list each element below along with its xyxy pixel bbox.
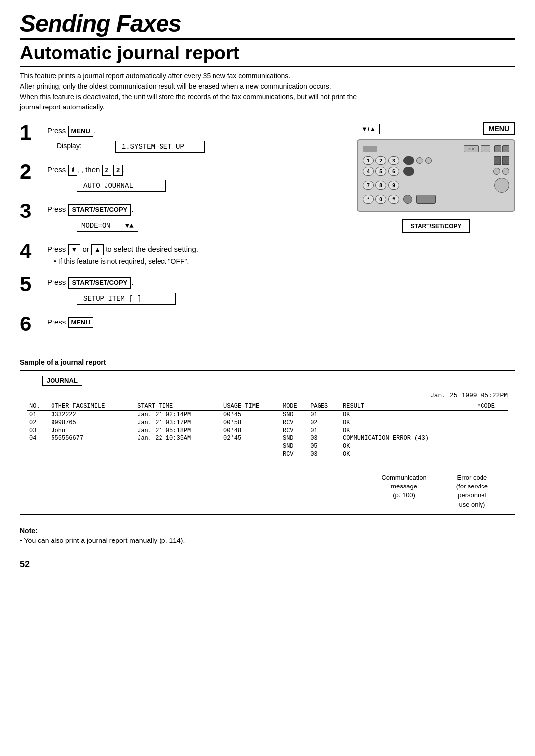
cell-start xyxy=(135,442,221,450)
step-5: 5 Press START/SET/COPY. SETUP ITEM [ ] xyxy=(20,274,347,305)
cell-start: Jan. 21 05:18PM xyxy=(135,427,221,434)
cell-mode: SND xyxy=(281,442,308,450)
col-fax: OTHER FACSIMILE xyxy=(49,402,135,411)
cell-usage: 02'45 xyxy=(221,434,281,442)
cell-mode: SND xyxy=(281,434,308,442)
table-row: RCV 03 OK xyxy=(27,450,508,458)
table-row: 01 3332222 Jan. 21 02:14PM 00'45 SND 01 … xyxy=(27,410,508,419)
step-4-down-arrow: ▼ xyxy=(68,244,81,255)
section-title: Sending Faxes xyxy=(20,10,181,37)
step-4-press: Press xyxy=(47,245,66,253)
journal-date: Jan. 25 1999 05:22PM xyxy=(27,392,508,399)
col-result: RESULT xyxy=(341,402,475,411)
cell-no xyxy=(27,450,49,458)
table-row: 02 9998765 Jan. 21 03:17PM 00'58 RCV 02 … xyxy=(27,419,508,427)
journal-section: Sample of a journal report JOURNAL Jan. … xyxy=(20,358,515,515)
step-1-text: Press MENU. xyxy=(47,125,347,137)
step-5-text: Press START/SET/COPY. xyxy=(47,277,347,289)
step-1-content: Press MENU. Display: 1.SYSTEM SET UP xyxy=(47,122,347,153)
step-4-suffix: to select the desired setting. xyxy=(106,245,198,253)
step-4-or: or xyxy=(83,245,89,253)
intro-text: This feature prints a journal report aut… xyxy=(20,71,515,112)
cell-usage xyxy=(221,450,281,458)
menu-button-diagram: MENU xyxy=(483,122,515,135)
step-3-display-value: MODE=ON ▼▲ xyxy=(77,220,138,232)
step-4-content: Press ▼ or ▲ to select the desired setti… xyxy=(47,241,347,265)
step-4: 4 Press ▼ or ▲ to select the desired set… xyxy=(20,241,347,265)
cell-usage xyxy=(221,442,281,450)
step-6-text: Press MENU. xyxy=(47,317,347,328)
sample-title: Sample of a journal report xyxy=(20,358,515,366)
cell-pages: 02 xyxy=(308,419,341,427)
cell-pages: 05 xyxy=(308,442,341,450)
cell-pages: 03 xyxy=(308,450,341,458)
comm-message-label: Communicationmessage(p. 100) xyxy=(381,473,426,500)
step-5-display-value: SETUP ITEM [ ] xyxy=(77,293,176,305)
step-4-up-arrow: ▲ xyxy=(91,244,104,255)
step-5-content: Press START/SET/COPY. SETUP ITEM [ ] xyxy=(47,274,347,305)
journal-label: JOURNAL xyxy=(42,376,82,386)
cell-mode: SND xyxy=(281,410,308,419)
cell-code xyxy=(475,410,508,419)
step-2-content: Press ♯, , then 2 2. AUTO JOURNAL xyxy=(47,162,347,192)
step-4-text: Press ▼ or ▲ to select the desired setti… xyxy=(47,244,347,255)
step-3-key: START/SET/COPY xyxy=(68,204,132,216)
start-button-diagram: START/SET/COPY xyxy=(402,219,469,233)
step-5-press: Press xyxy=(47,278,66,286)
cell-pages: 01 xyxy=(308,427,341,434)
cell-mode: RCV xyxy=(281,427,308,434)
cell-mode: RCV xyxy=(281,450,308,458)
step-2-press: Press xyxy=(47,165,66,174)
step-6-number: 6 xyxy=(20,314,42,334)
step-6-press: Press xyxy=(47,318,66,326)
table-row: SND 05 OK xyxy=(27,442,508,450)
step-1: 1 Press MENU. Display: 1.SYSTEM SET UP xyxy=(20,122,347,153)
step-1-display-value: 1.SYSTEM SET UP xyxy=(115,141,205,153)
journal-footer-error: Error code(for servicepersonneluse only) xyxy=(456,463,488,509)
step-2-key3: 2 xyxy=(113,165,123,176)
journal-table-header: NO. OTHER FACSIMILE START TIME USAGE TIM… xyxy=(27,402,508,411)
steps-area: 1 Press MENU. Display: 1.SYSTEM SET UP 2… xyxy=(20,122,347,343)
col-mode: MODE xyxy=(281,402,308,411)
step-5-display-row: SETUP ITEM [ ] xyxy=(47,291,347,305)
step-6-key: MENU xyxy=(68,317,93,328)
cell-result: OK xyxy=(341,410,475,419)
cell-no: 01 xyxy=(27,410,49,419)
step-2-number: 2 xyxy=(20,162,42,182)
step-3-text: Press START/SET/COPY. xyxy=(47,204,347,216)
intro-line3: When this feature is deactivated, the un… xyxy=(20,93,357,101)
content-area: 1 Press MENU. Display: 1.SYSTEM SET UP 2… xyxy=(20,122,515,343)
cell-result: OK xyxy=(341,427,475,434)
step-2-text: Press ♯, , then 2 2. xyxy=(47,164,347,176)
page-header: Sending Faxes Automatic journal report xyxy=(20,10,515,67)
journal-footer-comm: Communicationmessage(p. 100) xyxy=(381,463,426,509)
cell-pages: 03 xyxy=(308,434,341,442)
step-2-key2: 2 xyxy=(102,165,111,176)
cell-fax: 3332222 xyxy=(49,410,135,419)
cell-usage: 00'48 xyxy=(221,427,281,434)
step-6-content: Press MENU. xyxy=(47,314,347,330)
cell-fax: 555556677 xyxy=(49,434,135,442)
step-2-then: , then xyxy=(81,165,100,174)
step-5-number: 5 xyxy=(20,274,42,295)
step-4-sub: • If this feature is not required, selec… xyxy=(54,257,347,265)
cell-no: 04 xyxy=(27,434,49,442)
step-6: 6 Press MENU. xyxy=(20,314,347,334)
cell-usage: 00'58 xyxy=(221,419,281,427)
cell-fax xyxy=(49,442,135,450)
intro-line4: journal report automatically. xyxy=(20,103,105,111)
intro-line1: This feature prints a journal report aut… xyxy=(20,72,290,80)
journal-table: NO. OTHER FACSIMILE START TIME USAGE TIM… xyxy=(27,402,508,458)
step-3-number: 3 xyxy=(20,201,42,221)
cell-fax: John xyxy=(49,427,135,434)
cell-start: Jan. 21 03:17PM xyxy=(135,419,221,427)
cell-start: Jan. 22 10:35AM xyxy=(135,434,221,442)
cell-start xyxy=(135,450,221,458)
step-3-press: Press xyxy=(47,205,66,213)
col-start: START TIME xyxy=(135,402,221,411)
step-3-content: Press START/SET/COPY. MODE=ON ▼▲ xyxy=(47,201,347,231)
cell-pages: 01 xyxy=(308,410,341,419)
error-code-label: Error code(for servicepersonneluse only) xyxy=(456,473,488,509)
page-title: Automatic journal report xyxy=(20,43,515,67)
note-section: Note: • You can also print a journal rep… xyxy=(20,527,515,544)
